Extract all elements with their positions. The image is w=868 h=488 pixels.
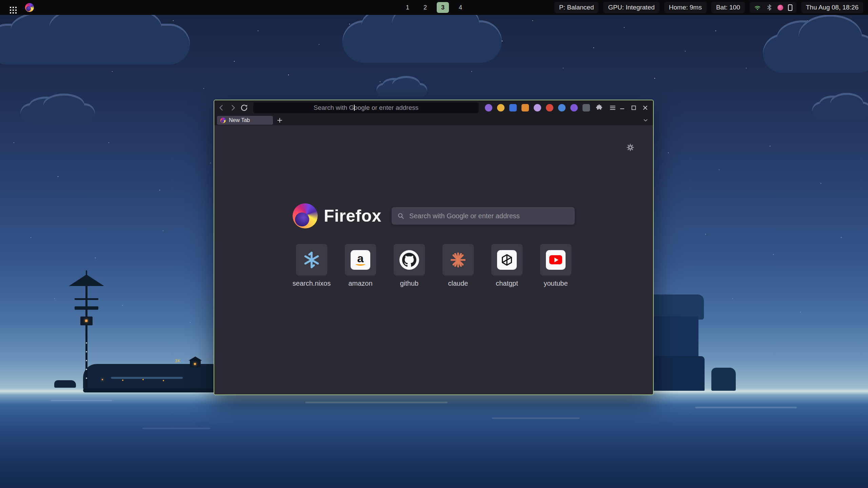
bluetooth-icon[interactable] bbox=[766, 4, 773, 11]
watchtower bbox=[64, 272, 108, 391]
shortcut-label: claude bbox=[448, 280, 468, 287]
claude-icon bbox=[449, 251, 467, 269]
firefox-taskbar-button[interactable] bbox=[24, 2, 35, 13]
shortcuts-row: search.nixos a amazon bbox=[214, 244, 653, 287]
firefox-icon bbox=[25, 3, 34, 12]
cliff-base bbox=[646, 356, 705, 391]
gpu-status: GPU: Integrated bbox=[603, 2, 659, 13]
youtube-play-badge bbox=[549, 255, 562, 264]
shortcut-search-nixos[interactable]: search.nixos bbox=[287, 244, 336, 287]
extension-icon-4[interactable] bbox=[521, 104, 529, 111]
close-button[interactable] bbox=[640, 103, 650, 113]
amazon-smile bbox=[356, 262, 365, 266]
extension-icon-9[interactable] bbox=[583, 104, 590, 111]
clock: Thu Aug 08, 18:26 bbox=[801, 2, 863, 13]
shortcut-label: chatgpt bbox=[496, 280, 518, 287]
cloud bbox=[763, 34, 868, 73]
firefox-logo bbox=[293, 203, 318, 228]
workspace-button-4[interactable]: 4 bbox=[454, 2, 467, 13]
minimize-icon bbox=[618, 104, 626, 111]
shortcut-github[interactable]: github bbox=[385, 244, 434, 287]
shortcut-card bbox=[394, 244, 425, 276]
tab-favicon bbox=[220, 118, 226, 123]
extension-icon-1[interactable] bbox=[485, 104, 492, 111]
desktop: 3K bbox=[0, 0, 868, 488]
reload-button[interactable] bbox=[238, 102, 250, 114]
cloud bbox=[0, 24, 190, 64]
tower-crossbar bbox=[75, 298, 98, 300]
tower-lights bbox=[86, 342, 87, 344]
hamburger-icon bbox=[609, 104, 616, 111]
workspace-button-1[interactable]: 1 bbox=[401, 2, 414, 13]
top-status-bar: 1 2 3 4 P: Balanced GPU: Integrated Home… bbox=[0, 0, 868, 15]
extension-icon-2[interactable] bbox=[497, 104, 505, 111]
newtab-search-bar[interactable] bbox=[392, 207, 575, 225]
island-sign: 3K bbox=[175, 359, 181, 363]
workspace-button-2[interactable]: 2 bbox=[419, 2, 431, 13]
newtab-hero: Firefox bbox=[214, 203, 653, 228]
chevron-down-icon bbox=[643, 117, 649, 123]
minimize-button[interactable] bbox=[617, 103, 627, 113]
cloud bbox=[376, 83, 427, 97]
shortcut-amazon[interactable]: a amazon bbox=[336, 244, 385, 287]
system-tray bbox=[750, 2, 796, 13]
youtube-icon bbox=[546, 250, 566, 270]
shortcut-card bbox=[442, 244, 474, 276]
forward-button[interactable] bbox=[227, 102, 239, 114]
cliff-top bbox=[646, 294, 704, 320]
extension-icon-5[interactable] bbox=[534, 104, 541, 111]
extensions-button[interactable] bbox=[595, 103, 604, 112]
app-launcher-button[interactable] bbox=[5, 2, 16, 13]
firefox-wordmark: Firefox bbox=[324, 206, 381, 226]
personalize-button[interactable] bbox=[625, 142, 635, 152]
maximize-icon bbox=[630, 104, 637, 111]
island-path bbox=[111, 377, 183, 379]
plus-icon bbox=[277, 117, 283, 123]
close-icon bbox=[642, 104, 649, 111]
new-tab-button[interactable] bbox=[275, 116, 284, 125]
amazon-icon: a bbox=[351, 250, 370, 270]
url-bar[interactable] bbox=[253, 102, 479, 113]
extension-icon-7[interactable] bbox=[558, 104, 566, 111]
amazon-monogram: a bbox=[357, 254, 364, 263]
search-icon bbox=[397, 212, 405, 220]
workspace-button-3-active[interactable]: 3 bbox=[437, 2, 449, 13]
tab-new-tab[interactable]: New Tab bbox=[217, 116, 273, 125]
extension-icon-8[interactable] bbox=[570, 104, 578, 111]
shortcut-claude[interactable]: claude bbox=[434, 244, 482, 287]
cliff-mid bbox=[651, 316, 698, 359]
window-controls bbox=[617, 103, 650, 113]
wifi-icon[interactable] bbox=[754, 4, 761, 11]
text-caret bbox=[354, 105, 355, 111]
extension-icon-6[interactable] bbox=[546, 104, 553, 111]
list-all-tabs-button[interactable] bbox=[641, 116, 650, 125]
extension-icon-3[interactable] bbox=[509, 104, 517, 111]
back-icon bbox=[217, 104, 225, 112]
back-button[interactable] bbox=[216, 102, 227, 114]
gear-icon bbox=[626, 143, 635, 152]
browser-toolbar bbox=[214, 100, 653, 115]
extension-toolbar bbox=[485, 103, 617, 112]
topbar-right: P: Balanced GPU: Integrated Home: 9ms Ba… bbox=[554, 2, 863, 13]
new-tab-page: Firefox bbox=[214, 125, 653, 394]
shortcut-label: amazon bbox=[348, 280, 372, 287]
newtab-search-input[interactable] bbox=[392, 207, 575, 225]
shortcut-label: youtube bbox=[544, 280, 568, 287]
menu-button[interactable] bbox=[608, 103, 617, 112]
cloud bbox=[20, 103, 95, 123]
url-input[interactable] bbox=[253, 102, 479, 113]
water-glint bbox=[695, 407, 797, 408]
maximize-button[interactable] bbox=[629, 103, 639, 113]
firefox-window: New Tab bbox=[214, 100, 654, 395]
shortcut-youtube[interactable]: youtube bbox=[531, 244, 580, 287]
water-glint bbox=[305, 402, 448, 403]
shortcut-label: github bbox=[400, 280, 419, 287]
cloud bbox=[812, 102, 868, 119]
media-tray-icon[interactable] bbox=[777, 5, 783, 11]
device-tray-icon[interactable] bbox=[788, 4, 792, 11]
tower-platform bbox=[75, 306, 98, 310]
tower-cabin bbox=[80, 317, 93, 325]
battery-status: Bat: 100 bbox=[711, 2, 745, 13]
water-glint bbox=[142, 428, 210, 429]
shortcut-chatgpt[interactable]: chatgpt bbox=[482, 244, 531, 287]
